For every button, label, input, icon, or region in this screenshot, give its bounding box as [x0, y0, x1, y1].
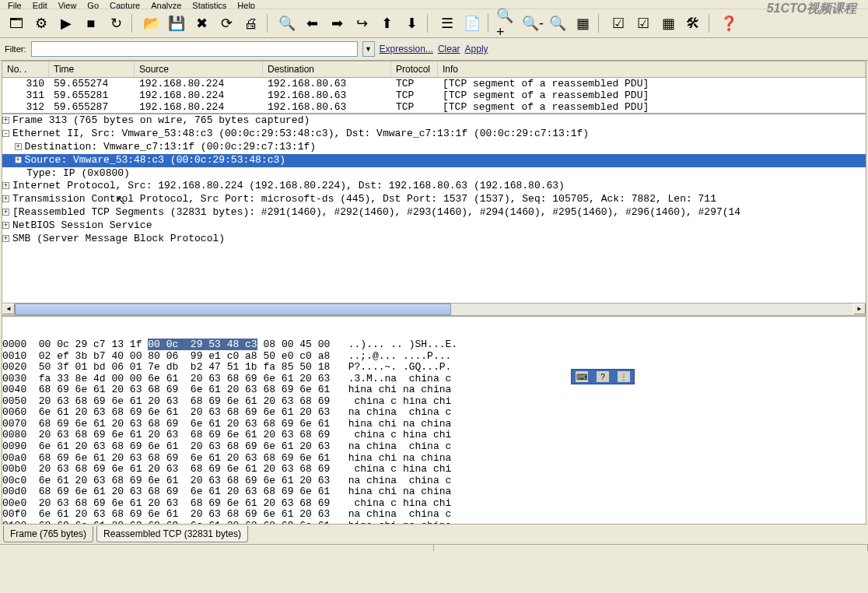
goto-button[interactable]: ↪	[350, 12, 373, 34]
zoom-in-button[interactable]: 🔍+	[496, 12, 520, 34]
goto-first-button[interactable]: ⬆	[375, 12, 398, 34]
tree-frame[interactable]: +Frame 313 (765 bytes on wire, 765 bytes…	[2, 114, 866, 128]
hex-line[interactable]: 0040 68 69 6e 61 20 63 68 69 6e 61 20 63…	[2, 384, 866, 396]
menu-edit[interactable]: Edit	[28, 1, 52, 8]
coloring-rules-button[interactable]: ▦	[656, 12, 680, 34]
menu-statistics[interactable]: Statistics	[187, 1, 231, 8]
packet-row[interactable]: 31159.655281192.168.80.224192.168.80.63T…	[2, 89, 866, 101]
scroll-left-icon[interactable]: ◀	[2, 304, 15, 314]
close-button[interactable]: ✖	[190, 12, 213, 34]
tree-netbios[interactable]: +NetBIOS Session Service	[2, 219, 866, 233]
ime-toolbar[interactable]: ⌨ ? ⋮	[571, 369, 635, 384]
expand-icon[interactable]: +	[15, 143, 22, 150]
hex-line[interactable]: 0030 fa 33 8e 4d 00 00 6e 61 20 63 68 69…	[2, 374, 866, 385]
open-button[interactable]: 📂	[140, 12, 163, 34]
tree-ip[interactable]: +Internet Protocol, Src: 192.168.80.224 …	[2, 180, 866, 193]
restart-capture-button[interactable]: ↻	[104, 12, 128, 34]
find-button[interactable]: 🔍	[275, 12, 299, 34]
packet-row[interactable]: 31059.655274192.168.80.224192.168.80.63T…	[2, 78, 866, 89]
reload-button[interactable]: ⟳	[215, 12, 238, 34]
expression-link[interactable]: Expression...	[380, 44, 433, 54]
hex-line[interactable]: 00a0 68 69 6e 61 20 63 68 69 6e 61 20 63…	[2, 453, 866, 465]
menu-go[interactable]: Go	[82, 1, 103, 8]
hex-line[interactable]: 0060 6e 61 20 63 68 69 6e 61 20 63 68 69…	[2, 407, 866, 419]
collapse-icon[interactable]: -	[2, 130, 9, 137]
autoscroll-button[interactable]: 📄	[460, 12, 484, 34]
menu-file[interactable]: File	[3, 1, 26, 8]
toolbar-separator	[488, 14, 492, 33]
packet-bytes-pane[interactable]: 0000 00 0c 29 c7 13 1f 00 0c 29 53 48 c3…	[2, 316, 866, 525]
hex-line[interactable]: 0010 02 ef 3b b7 40 00 80 06 99 e1 c0 a8…	[2, 351, 866, 363]
details-h-scrollbar[interactable]: ◀ ▶	[2, 303, 866, 315]
expand-icon[interactable]: +	[2, 117, 9, 124]
expand-icon[interactable]: +	[2, 209, 9, 216]
display-filters-button[interactable]: ☑	[632, 12, 655, 34]
stop-capture-button[interactable]: ■	[79, 12, 103, 34]
apply-link[interactable]: Apply	[465, 44, 488, 54]
goto-last-button[interactable]: ⬇	[400, 12, 423, 34]
forward-button[interactable]: ➡	[325, 12, 348, 34]
hex-line[interactable]: 0000 00 0c 29 c7 13 1f 00 0c 29 53 48 c3…	[2, 339, 866, 351]
menu-view[interactable]: View	[54, 1, 82, 8]
zoom-100-button[interactable]: 🔍	[546, 12, 569, 34]
tree-tcp[interactable]: +Transmission Control Protocol, Src Port…	[2, 193, 866, 206]
col-source[interactable]: Source	[135, 61, 263, 77]
packet-list-pane[interactable]: No. . Time Source Destination Protocol I…	[2, 61, 866, 114]
tree-reassembled[interactable]: +[Reassembled TCP Segments (32831 bytes)…	[2, 206, 866, 219]
expand-icon[interactable]: +	[15, 156, 22, 163]
save-button[interactable]: 💾	[165, 12, 188, 34]
hex-line[interactable]: 0070 68 69 6e 61 20 63 68 69 6e 61 20 63…	[2, 419, 866, 430]
back-button[interactable]: ⬅	[300, 12, 324, 34]
filter-input[interactable]	[31, 41, 358, 57]
packet-row[interactable]: 31259.655287192.168.80.224192.168.80.63T…	[2, 101, 866, 113]
preferences-button[interactable]: 🛠	[681, 12, 705, 34]
filter-dropdown[interactable]: ▼	[362, 41, 375, 57]
hex-line[interactable]: 00c0 6e 61 20 63 68 69 6e 61 20 63 68 69…	[2, 475, 866, 487]
hex-line[interactable]: 0020 50 3f 01 bd 06 01 7e db b2 47 51 1b…	[2, 362, 866, 374]
menu-capture[interactable]: Capture	[105, 1, 145, 8]
scroll-track[interactable]	[15, 304, 853, 315]
start-capture-button[interactable]: ▶	[54, 12, 78, 34]
options-button[interactable]: ⚙	[30, 12, 53, 34]
hex-line[interactable]: 00b0 20 63 68 69 6e 61 20 63 68 69 6e 61…	[2, 464, 866, 475]
hex-line[interactable]: 0100 68 69 6e 61 20 63 68 69 6e 61 20 63…	[2, 521, 866, 525]
tree-smb[interactable]: +SMB (Server Message Block Protocol)	[2, 233, 866, 246]
col-time[interactable]: Time	[49, 61, 135, 77]
colorize-button[interactable]: ☰	[436, 12, 459, 34]
tree-ethernet[interactable]: -Ethernet II, Src: Vmware_53:48:c3 (00:0…	[2, 128, 866, 141]
ime-keyboard-icon[interactable]: ⌨	[576, 371, 588, 382]
expand-icon[interactable]: +	[2, 222, 9, 229]
hex-line[interactable]: 0090 6e 61 20 63 68 69 6e 61 20 63 68 69…	[2, 441, 866, 453]
ime-help-icon[interactable]: ?	[597, 371, 609, 382]
expand-icon[interactable]: +	[2, 182, 9, 189]
packet-details-pane[interactable]: +Frame 313 (765 bytes on wire, 765 bytes…	[2, 114, 866, 316]
hex-line[interactable]: 0050 20 63 68 69 6e 61 20 63 68 69 6e 61…	[2, 396, 866, 408]
col-destination[interactable]: Destination	[263, 61, 391, 77]
col-info[interactable]: Info	[438, 61, 866, 77]
tab-frame[interactable]: Frame (765 bytes)	[3, 526, 93, 542]
interfaces-button[interactable]: 🗔	[5, 12, 28, 34]
ime-options-icon[interactable]: ⋮	[618, 371, 630, 382]
capture-filters-button[interactable]: ☑	[607, 12, 630, 34]
zoom-out-button[interactable]: 🔍-	[521, 12, 544, 34]
hex-line[interactable]: 00d0 68 69 6e 61 20 63 68 69 6e 61 20 63…	[2, 486, 866, 498]
resize-cols-button[interactable]: ▦	[571, 12, 594, 34]
expand-icon[interactable]: +	[2, 195, 9, 202]
tab-reassembled[interactable]: Reassembled TCP (32831 bytes)	[96, 526, 248, 542]
print-button[interactable]: 🖨	[240, 12, 263, 34]
col-no[interactable]: No. .	[2, 61, 49, 77]
tree-source-selected[interactable]: +Source: Vmware_53:48:c3 (00:0c:29:53:48…	[2, 154, 866, 167]
expand-icon[interactable]: +	[2, 235, 9, 242]
help-button[interactable]: ❓	[717, 12, 740, 34]
tree-destination[interactable]: +Destination: Vmware_c7:13:1f (00:0c:29:…	[2, 141, 866, 154]
hex-line[interactable]: 00f0 6e 61 20 63 68 69 6e 61 20 63 68 69…	[2, 509, 866, 521]
scroll-thumb[interactable]	[15, 304, 451, 315]
tree-type[interactable]: Type: IP (0x0800)	[2, 167, 866, 181]
clear-link[interactable]: Clear	[438, 44, 460, 54]
col-protocol[interactable]: Protocol	[391, 61, 438, 77]
scroll-right-icon[interactable]: ▶	[853, 304, 866, 314]
hex-line[interactable]: 00e0 20 63 68 69 6e 61 20 63 68 69 6e 61…	[2, 498, 866, 510]
menu-help[interactable]: Help	[233, 1, 260, 8]
hex-line[interactable]: 0080 20 63 68 69 6e 61 20 63 68 69 6e 61…	[2, 430, 866, 441]
menu-analyze[interactable]: Analyze	[146, 1, 186, 8]
